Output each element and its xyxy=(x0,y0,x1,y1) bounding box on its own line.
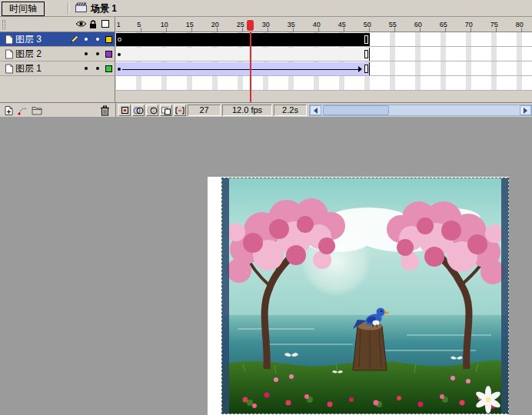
layer2-static-span[interactable] xyxy=(116,48,370,61)
scrollbar-thumb[interactable] xyxy=(323,105,389,115)
insert-layer-folder-button[interactable] xyxy=(30,105,43,116)
layers-header xyxy=(0,17,115,32)
layer-visibility-toggle[interactable] xyxy=(80,38,91,41)
add-motion-guide-button[interactable] xyxy=(16,105,29,116)
ruler-tick-25: 25 xyxy=(237,21,244,28)
layer-name[interactable]: 图层 3 xyxy=(15,32,69,46)
layer-visibility-toggle[interactable] xyxy=(80,67,91,70)
lock-icon[interactable] xyxy=(87,20,98,29)
span-end-rect xyxy=(364,50,368,58)
layer-page-icon xyxy=(3,64,15,74)
layer-outline-swatch[interactable] xyxy=(103,65,115,72)
timeline-panel: 图层 3 图层 2 图层 1 xyxy=(0,17,532,117)
onion-skin-outlines-button[interactable] xyxy=(146,105,158,116)
layer-lock-toggle[interactable] xyxy=(91,67,103,70)
layer-lock-toggle[interactable] xyxy=(91,52,103,55)
playhead-marker[interactable] xyxy=(247,20,254,31)
outline-color-icon[interactable] xyxy=(99,20,111,28)
tree-stump xyxy=(353,322,387,371)
ruler-tick-40: 40 xyxy=(313,21,321,28)
active-pencil-icon xyxy=(69,35,80,44)
layer-row-2[interactable]: 图层 2 xyxy=(0,47,115,61)
tween-arrow-line xyxy=(122,69,360,70)
layer-lock-toggle[interactable] xyxy=(91,38,103,41)
scroll-left-arrow-icon xyxy=(314,108,318,114)
layer-outline-swatch[interactable] xyxy=(103,51,115,58)
layer-name[interactable]: 图层 1 xyxy=(15,61,69,75)
layer-row-1[interactable]: 图层 1 xyxy=(0,61,115,76)
stage-artwork xyxy=(222,178,508,413)
center-frame-button[interactable] xyxy=(118,105,131,116)
keyframe-dot xyxy=(118,53,121,56)
ruler-tick-55: 55 xyxy=(389,21,397,28)
clapperboard-icon xyxy=(75,2,87,15)
layer-row-3[interactable]: 图层 3 xyxy=(0,32,115,47)
panel-tab-bar: 时间轴 场景 1 xyxy=(0,0,532,17)
layer3-keyframe-span[interactable] xyxy=(116,33,370,46)
layer-name[interactable]: 图层 2 xyxy=(15,47,69,61)
scroll-right-arrow-icon xyxy=(524,108,527,114)
stage-area[interactable] xyxy=(0,117,532,415)
footer-divider xyxy=(115,103,116,117)
onion-skin-button[interactable] xyxy=(132,105,145,116)
tween-arrowhead-icon xyxy=(358,66,362,72)
elapsed-time-display: 2.2s xyxy=(274,105,307,116)
playhead-line[interactable] xyxy=(250,32,251,102)
scene-breadcrumb[interactable]: 场景 1 xyxy=(75,2,117,15)
scroll-right-button[interactable] xyxy=(520,105,531,115)
keyframe-dot xyxy=(118,68,121,71)
ruler-tick-70: 70 xyxy=(465,21,473,28)
frame-row-layer-2[interactable] xyxy=(116,47,532,61)
frames-grid[interactable] xyxy=(116,32,532,91)
frame-row-layer-3[interactable] xyxy=(116,32,532,47)
span-end-rect xyxy=(364,65,368,73)
edit-multiple-frames-button[interactable] xyxy=(160,105,172,116)
ruler-tick-20: 20 xyxy=(211,21,219,28)
layers-panel: 图层 3 图层 2 图层 1 xyxy=(0,17,115,102)
ruler-tick-1: 1 xyxy=(117,21,121,28)
frame-row-layer-1[interactable] xyxy=(116,61,532,76)
frames-panel: 15101520253035404550556065707580 xyxy=(116,17,532,102)
span-end-line xyxy=(369,62,370,75)
frame-ruler[interactable]: 15101520253035404550556065707580 xyxy=(116,17,532,32)
span-end-line xyxy=(369,48,370,61)
ruler-tick-35: 35 xyxy=(288,21,295,28)
ruler-tick-15: 15 xyxy=(186,21,194,28)
current-frame-display: 27 xyxy=(188,105,221,116)
layer-visibility-toggle[interactable] xyxy=(80,52,91,55)
tab-bar-separator xyxy=(68,2,69,15)
layer-page-icon xyxy=(3,49,15,59)
ruler-tick-80: 80 xyxy=(516,21,524,28)
frame-rate-display[interactable]: 12.0 fps xyxy=(222,105,272,116)
ruler-tick-30: 30 xyxy=(262,21,270,28)
layers-panel-filler xyxy=(0,76,115,102)
layer1-motion-tween-span[interactable] xyxy=(116,62,370,75)
ruler-tick-50: 50 xyxy=(364,21,371,28)
ruler-tick-75: 75 xyxy=(490,21,498,28)
ruler-tick-10: 10 xyxy=(161,21,168,28)
selected-image[interactable] xyxy=(221,178,509,414)
timeline-horizontal-scrollbar[interactable] xyxy=(309,105,532,116)
keyframe-dot xyxy=(118,38,121,42)
layer-page-icon xyxy=(3,35,15,45)
ruler-tick-60: 60 xyxy=(414,21,422,28)
scene-label: 场景 1 xyxy=(91,2,117,15)
panel-gripper[interactable] xyxy=(2,20,5,29)
frame-row-empty[interactable] xyxy=(116,76,532,91)
delete-layer-trash-button[interactable] xyxy=(98,105,111,116)
eye-icon[interactable] xyxy=(75,20,87,28)
scroll-left-button[interactable] xyxy=(310,105,321,115)
modify-onion-markers-button[interactable] xyxy=(174,105,186,116)
timeline-panel-tab[interactable]: 时间轴 xyxy=(2,2,45,16)
span-end-rect xyxy=(364,35,368,44)
timeline-footer: 27 12.0 fps 2.2s xyxy=(0,102,532,117)
insert-layer-button[interactable] xyxy=(2,105,15,116)
timeline-tab-label: 时间轴 xyxy=(9,3,37,14)
ruler-tick-5: 5 xyxy=(137,21,141,28)
ruler-tick-65: 65 xyxy=(440,21,447,28)
frames-panel-filler xyxy=(116,91,532,102)
layer-outline-swatch[interactable] xyxy=(103,36,115,43)
frame-ruler-ticks: 15101520253035404550556065707580 xyxy=(116,17,532,32)
ruler-tick-45: 45 xyxy=(338,21,346,28)
